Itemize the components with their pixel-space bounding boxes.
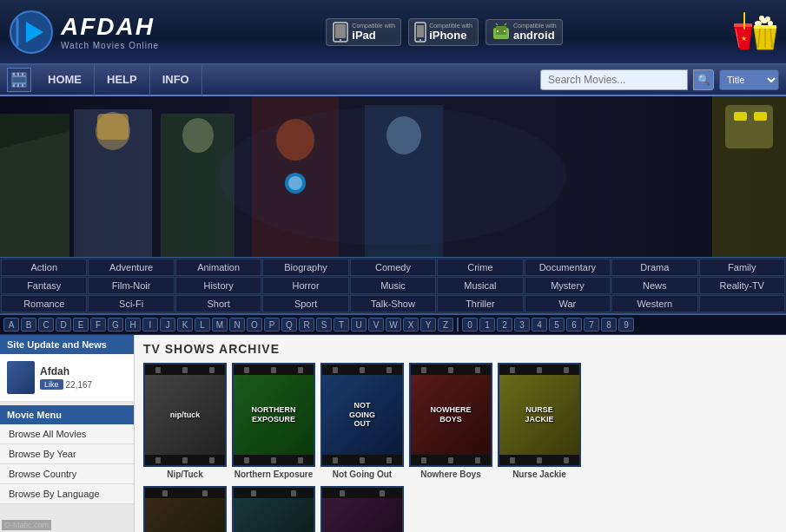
alpha-y[interactable]: Y: [420, 318, 436, 332]
genre-western[interactable]: Western: [611, 295, 697, 312]
iphone-badge: Compatible with iPhone: [408, 18, 479, 46]
genre-scifi[interactable]: Sci-Fi: [88, 295, 174, 312]
alpha-k[interactable]: K: [177, 318, 193, 332]
search-input[interactable]: [540, 69, 688, 90]
genre-action[interactable]: Action: [1, 259, 87, 276]
film-hole: [202, 490, 208, 496]
alpha-2[interactable]: 2: [497, 318, 512, 332]
search-button[interactable]: 🔍: [693, 69, 714, 90]
ipad-icon: [332, 22, 349, 43]
sidebar-afdah-name: Afdah: [40, 365, 92, 378]
film-hole: [421, 457, 426, 463]
alpha-t[interactable]: T: [334, 318, 349, 332]
show-nurse[interactable]: NURSEJACKIE Nurse Jackie: [498, 363, 581, 479]
genre-drama[interactable]: Drama: [611, 259, 697, 276]
title-select[interactable]: Title Director Actor: [719, 69, 779, 90]
genre-sport[interactable]: Sport: [262, 295, 348, 312]
svg-rect-35: [22, 73, 23, 76]
alpha-0[interactable]: 0: [462, 318, 478, 332]
genre-fantasy[interactable]: Fantasy: [1, 277, 87, 294]
genre-mystery[interactable]: Mystery: [525, 277, 611, 294]
genre-horror[interactable]: Horror: [262, 277, 348, 294]
alpha-c[interactable]: C: [38, 318, 54, 332]
genre-documentary[interactable]: Documentary: [525, 259, 611, 276]
nav-help[interactable]: HELP: [95, 64, 150, 95]
show-row2-1[interactable]: [143, 486, 227, 532]
alpha-4[interactable]: 4: [532, 318, 547, 332]
alpha-o[interactable]: O: [247, 318, 262, 332]
alpha-b[interactable]: B: [21, 318, 36, 332]
show-row2-2[interactable]: [232, 486, 315, 532]
svg-rect-34: [17, 73, 19, 76]
nav-info[interactable]: INFO: [150, 64, 202, 95]
alpha-j[interactable]: J: [160, 318, 175, 332]
genre-short[interactable]: Short: [175, 295, 261, 312]
film-strip-top: [145, 365, 225, 375]
browse-all-movies[interactable]: Browse All Movies: [0, 424, 134, 444]
genre-realitytv[interactable]: Reality-TV: [699, 277, 785, 294]
genre-music[interactable]: Music: [350, 277, 436, 294]
alpha-x[interactable]: X: [403, 318, 419, 332]
genre-comedy[interactable]: Comedy: [350, 259, 436, 276]
film-hole: [182, 457, 188, 463]
genre-news[interactable]: News: [611, 277, 697, 294]
alpha-n[interactable]: N: [229, 318, 245, 332]
alpha-3[interactable]: 3: [514, 318, 530, 332]
alpha-i[interactable]: I: [142, 318, 158, 332]
alpha-u[interactable]: U: [351, 318, 367, 332]
alpha-e[interactable]: E: [73, 318, 89, 332]
alpha-h[interactable]: H: [125, 318, 141, 332]
alpha-6[interactable]: 6: [566, 318, 582, 332]
alpha-a[interactable]: A: [3, 318, 19, 332]
genre-adventure[interactable]: Adventure: [88, 259, 174, 276]
svg-rect-33: [13, 73, 15, 76]
alpha-1[interactable]: 1: [479, 318, 495, 332]
genre-war[interactable]: War: [525, 295, 611, 312]
browse-country[interactable]: Browse Country: [0, 464, 134, 484]
alpha-s[interactable]: S: [316, 318, 332, 332]
genre-section: Action Adventure Animation Biography Com…: [0, 257, 786, 315]
show-nowhere[interactable]: NOWHEREBOYS Nowhere Boys: [409, 363, 492, 479]
svg-text:★: ★: [741, 35, 747, 43]
show-northern[interactable]: NORTHERNEXPOSURE Northern Exposure: [232, 363, 315, 479]
alpha-5[interactable]: 5: [549, 318, 565, 332]
genre-biography[interactable]: Biography: [262, 259, 348, 276]
genre-family[interactable]: Family: [699, 259, 785, 276]
alpha-f[interactable]: F: [90, 318, 106, 332]
main-content: Site Update and News Afdah Like 22,167 M…: [0, 335, 786, 532]
alpha-q[interactable]: Q: [281, 318, 297, 332]
genre-romance[interactable]: Romance: [1, 295, 87, 312]
genre-thriller[interactable]: Thriller: [437, 295, 523, 312]
genre-animation[interactable]: Animation: [175, 259, 261, 276]
alpha-7[interactable]: 7: [584, 318, 599, 332]
alpha-l[interactable]: L: [195, 318, 210, 332]
alpha-d[interactable]: D: [56, 318, 71, 332]
shows-row: nip/tuck Nip/Tuck: [143, 363, 777, 479]
show-niptuck[interactable]: nip/tuck Nip/Tuck: [143, 363, 227, 479]
alpha-8[interactable]: 8: [601, 318, 617, 332]
genre-filmnoir[interactable]: Film-Noir: [88, 277, 174, 294]
genre-talkshow[interactable]: Talk-Show: [350, 295, 436, 312]
alpha-v[interactable]: V: [368, 318, 384, 332]
alpha-p[interactable]: P: [264, 318, 280, 332]
android-label: android: [513, 29, 555, 42]
alpha-g[interactable]: G: [108, 318, 123, 332]
alpha-z[interactable]: Z: [438, 318, 453, 332]
iphone-icon: [414, 22, 426, 43]
alpha-w[interactable]: W: [386, 318, 401, 332]
film-hole: [386, 457, 392, 463]
svg-rect-32: [12, 82, 26, 84]
alpha-r[interactable]: R: [299, 318, 314, 332]
browse-by-language[interactable]: Browse By Language: [0, 484, 134, 504]
show-notgoing[interactable]: NOTGOINGOUT Not Going Out: [320, 363, 404, 479]
nav-home[interactable]: HOME: [36, 64, 95, 95]
alpha-m[interactable]: M: [212, 318, 228, 332]
browse-by-year[interactable]: Browse By Year: [0, 444, 134, 464]
film-hole: [291, 490, 296, 496]
genre-crime[interactable]: Crime: [437, 259, 523, 276]
alpha-9[interactable]: 9: [618, 318, 634, 332]
fb-like-button[interactable]: Like: [40, 379, 63, 390]
show-row2-3[interactable]: [320, 486, 404, 532]
genre-history[interactable]: History: [175, 277, 261, 294]
genre-musical[interactable]: Musical: [437, 277, 523, 294]
